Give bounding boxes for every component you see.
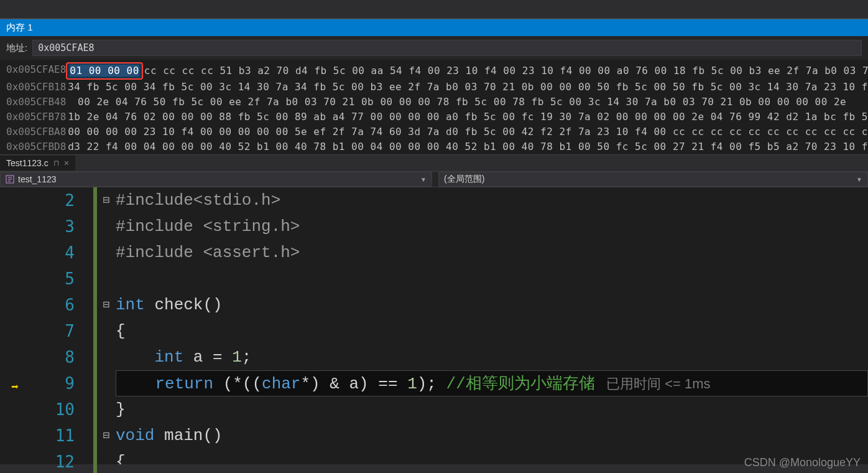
memory-address: 0x005CFB18 bbox=[6, 80, 68, 95]
memory-address-bar: 地址: bbox=[0, 36, 868, 60]
code-line[interactable]: } bbox=[116, 396, 868, 423]
line-number: 10 bbox=[12, 396, 75, 423]
editor-tab-bar: Test1123.c ⊓ × bbox=[0, 154, 868, 172]
memory-row: 0x005CFBD8 d3 22 f4 00 04 00 00 00 40 52… bbox=[6, 139, 868, 154]
code-body[interactable]: #include<stdio.h>#include <string.h>#inc… bbox=[116, 187, 868, 464]
code-line[interactable]: return (*((char*) & a) == 1); //相等则为小端存储… bbox=[116, 370, 868, 396]
line-number: 3 bbox=[12, 213, 75, 240]
fold-spacer bbox=[97, 449, 116, 473]
file-tab[interactable]: Test1123.c ⊓ × bbox=[0, 156, 75, 171]
line-number: 6 bbox=[12, 292, 75, 318]
fold-spacer bbox=[97, 344, 116, 370]
line-number: 4 bbox=[12, 240, 75, 266]
memory-panel-title: 内存 1 bbox=[0, 19, 868, 36]
line-number: 9 bbox=[12, 370, 75, 396]
line-number: 8 bbox=[12, 344, 75, 370]
code-line[interactable]: int a = 1; bbox=[116, 344, 868, 370]
fold-spacer bbox=[97, 396, 116, 423]
line-number-gutter: 23456789101112 bbox=[12, 187, 93, 464]
fold-toggle-icon[interactable]: ⊟ bbox=[97, 187, 116, 213]
project-dropdown-label: test_1123 bbox=[18, 174, 57, 184]
memory-address: 0x005CFB48 bbox=[6, 95, 78, 110]
fold-toggle-icon[interactable]: ⊟ bbox=[97, 292, 116, 318]
code-line[interactable]: #include <assert.h> bbox=[116, 240, 868, 266]
scope-dropdown-label: (全局范围) bbox=[444, 174, 484, 185]
memory-bytes[interactable]: d3 22 f4 00 04 00 00 00 40 52 b1 00 40 7… bbox=[68, 139, 868, 154]
fold-toggle-icon[interactable]: ⊟ bbox=[97, 423, 116, 449]
code-line[interactable] bbox=[116, 266, 868, 292]
address-label: 地址: bbox=[6, 42, 27, 54]
memory-address: 0x005CFBA8 bbox=[6, 124, 68, 139]
memory-row: 0x005CFB78 1b 2e 04 76 02 00 00 00 88 fb… bbox=[6, 110, 868, 124]
memory-bytes[interactable]: 00 00 00 00 23 10 f4 00 00 00 00 00 5e e… bbox=[68, 124, 868, 139]
fold-spacer bbox=[97, 318, 116, 344]
execution-pointer-icon: ➡ bbox=[11, 379, 19, 395]
memory-address-input[interactable] bbox=[32, 40, 862, 56]
chevron-down-icon: ▼ bbox=[420, 176, 427, 183]
fold-spacer bbox=[97, 213, 116, 240]
fold-gutter[interactable]: ⊟⊟⊟ bbox=[97, 187, 116, 464]
tab-filename: Test1123.c bbox=[6, 158, 48, 168]
code-line[interactable]: { bbox=[116, 318, 868, 344]
memory-row: 0x005CFAE801 00 00 00cc cc cc cc 51 b3 a… bbox=[6, 62, 868, 80]
memory-address: 0x005CFB78 bbox=[6, 110, 68, 124]
fold-spacer bbox=[97, 266, 116, 292]
code-line[interactable]: #include <string.h> bbox=[116, 213, 868, 240]
fold-spacer bbox=[97, 240, 116, 266]
fold-spacer bbox=[97, 370, 116, 396]
line-number: 11 bbox=[12, 423, 75, 449]
watermark: CSDN @MonologueYY bbox=[744, 456, 861, 469]
close-icon[interactable]: × bbox=[64, 158, 69, 168]
memory-bytes[interactable]: 1b 2e 04 76 02 00 00 00 88 fb 5c 00 89 a… bbox=[68, 110, 868, 124]
line-number: 12 bbox=[12, 449, 75, 473]
memory-row: 0x005CFB18 34 fb 5c 00 34 fb 5c 00 3c 14… bbox=[6, 80, 868, 95]
memory-address: 0x005CFAE8 bbox=[6, 62, 66, 80]
line-number: 7 bbox=[12, 318, 75, 344]
pin-icon[interactable]: ⊓ bbox=[53, 159, 59, 167]
memory-panel: 内存 1 地址: 0x005CFAE801 00 00 00cc cc cc c… bbox=[0, 19, 868, 154]
breakpoint-gutter[interactable]: ➡ bbox=[0, 187, 12, 464]
line-number: 2 bbox=[12, 187, 75, 213]
line-number: 5 bbox=[12, 266, 75, 292]
memory-row: 0x005CFB48 00 2e 04 76 50 fb 5c 00 ee 2f… bbox=[6, 95, 868, 110]
memory-row: 0x005CFBA8 00 00 00 00 23 10 f4 00 00 00… bbox=[6, 124, 868, 139]
code-line[interactable]: #include<stdio.h> bbox=[116, 187, 868, 213]
top-toolbar-spacer bbox=[0, 0, 868, 19]
memory-bytes[interactable]: 01 00 00 00cc cc cc cc 51 b3 a2 70 d4 fb… bbox=[66, 62, 868, 80]
code-line[interactable]: void main() bbox=[116, 423, 868, 449]
memory-address: 0x005CFBD8 bbox=[6, 139, 68, 154]
code-editor[interactable]: ➡ 23456789101112 ⊟⊟⊟ #include<stdio.h>#i… bbox=[0, 187, 868, 464]
chevron-down-icon: ▼ bbox=[856, 176, 862, 183]
memory-hex-dump[interactable]: 0x005CFAE801 00 00 00cc cc cc cc 51 b3 a… bbox=[0, 60, 868, 154]
scope-dropdown-bar: test_1123 ▼ (全局范围) ▼ bbox=[0, 172, 868, 187]
memory-bytes[interactable]: 00 2e 04 76 50 fb 5c 00 ee 2f 7a b0 03 7… bbox=[78, 95, 846, 110]
project-icon bbox=[6, 175, 14, 184]
scope-dropdown[interactable]: (全局范围) ▼ bbox=[438, 172, 868, 187]
code-line[interactable]: int check() bbox=[116, 292, 868, 318]
highlighted-bytes: 01 00 00 00 bbox=[66, 62, 142, 80]
memory-bytes[interactable]: 34 fb 5c 00 34 fb 5c 00 3c 14 30 7a 34 f… bbox=[68, 80, 868, 95]
project-dropdown[interactable]: test_1123 ▼ bbox=[0, 172, 432, 187]
